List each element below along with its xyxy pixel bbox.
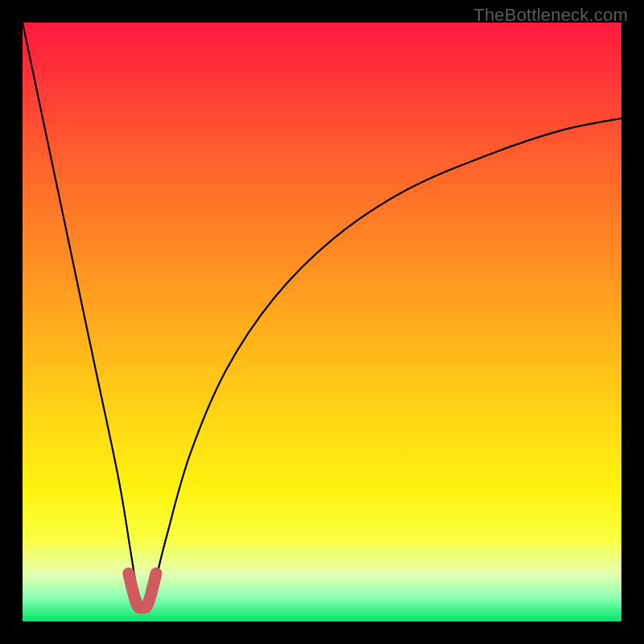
bottom-u-marker	[129, 573, 156, 608]
bottleneck-curve-line	[23, 23, 621, 606]
bottleneck-chart	[23, 23, 621, 621]
chart-area	[23, 23, 621, 621]
